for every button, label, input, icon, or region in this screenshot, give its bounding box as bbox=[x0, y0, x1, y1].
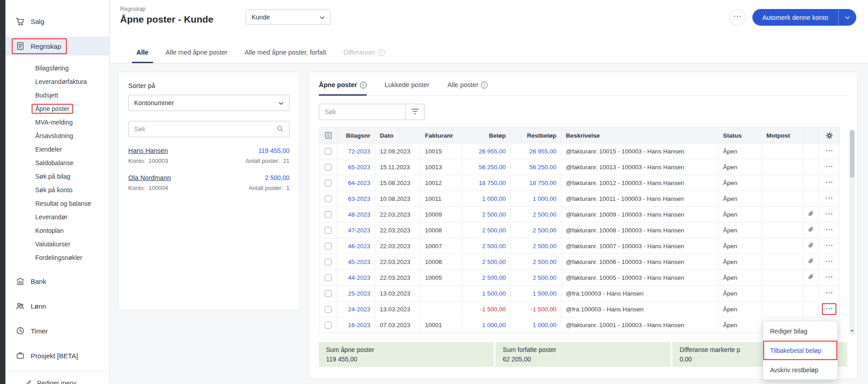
tab-apne-poster[interactable]: Åpne posteri bbox=[319, 81, 367, 95]
bilagsnr-link[interactable]: 45-2023 bbox=[337, 254, 375, 269]
row-checkbox[interactable] bbox=[325, 180, 331, 186]
column-header-status[interactable]: Status bbox=[719, 128, 762, 143]
restbelop-link[interactable]: 2 500,00 bbox=[511, 222, 561, 238]
bilagsnr-link[interactable]: 64-2023 bbox=[337, 175, 375, 190]
account-search-input[interactable] bbox=[134, 125, 276, 133]
sidebar-item-saldobalanse[interactable]: Saldobalanse bbox=[5, 156, 109, 170]
restbelop-link[interactable]: 26 955,00 bbox=[511, 143, 561, 159]
row-checkbox[interactable] bbox=[325, 227, 331, 234]
sidebar-item-prosjekt-beta[interactable]: Prosjekt [BETA] bbox=[5, 346, 109, 365]
scrollbar-down-arrow[interactable] bbox=[850, 330, 854, 334]
belop-link[interactable]: 56 250,00 bbox=[462, 159, 511, 175]
row-menu-button[interactable]: ⋯ bbox=[822, 145, 836, 157]
row-menu-button[interactable]: ⋯ bbox=[822, 240, 836, 252]
row-checkbox[interactable] bbox=[325, 290, 331, 297]
belop-link[interactable]: 1 000,00 bbox=[462, 191, 511, 206]
row-checkbox[interactable] bbox=[325, 243, 331, 250]
restbelop-link[interactable]: 2 500,00 bbox=[511, 270, 561, 285]
bilagsnr-link[interactable]: 46-2023 bbox=[337, 238, 375, 254]
sidebar-item-bilagsforing[interactable]: Bilagsføring bbox=[5, 61, 109, 75]
column-header-dato[interactable]: Dato bbox=[375, 128, 420, 143]
row-checkbox[interactable] bbox=[325, 306, 331, 313]
edit-menu-button[interactable]: Rediger meny bbox=[5, 371, 109, 384]
bilagsnr-link[interactable]: 47-2023 bbox=[337, 222, 375, 238]
restbelop-link[interactable]: 1 500,00 bbox=[511, 286, 561, 301]
account-list-item[interactable]: Hans Hansen 119 455,00 Konto: 100003 Ant… bbox=[128, 147, 289, 164]
table-search-input[interactable] bbox=[325, 108, 406, 116]
row-checkbox[interactable] bbox=[325, 211, 331, 218]
bilagsnr-link[interactable]: 44-2023 bbox=[337, 270, 375, 285]
automark-button[interactable]: Automerk denne konto bbox=[752, 9, 838, 26]
row-menu-button[interactable]: ⋯ bbox=[822, 287, 836, 299]
row-checkbox[interactable] bbox=[325, 195, 331, 202]
tab-alle-poster[interactable]: Alle posteri bbox=[448, 81, 488, 95]
scrollbar-thumb[interactable] bbox=[850, 130, 854, 178]
belop-link[interactable]: 18 750,00 bbox=[462, 175, 511, 190]
sidebar-item-bank[interactable]: Bank bbox=[5, 272, 109, 291]
column-header-motpost[interactable]: Motpost bbox=[762, 128, 803, 143]
filter-button[interactable] bbox=[406, 104, 425, 120]
row-checkbox[interactable] bbox=[325, 322, 331, 328]
bilagsnr-link[interactable]: 48-2023 bbox=[337, 207, 375, 222]
column-header-fakturanr[interactable]: Fakturanr bbox=[420, 128, 462, 143]
sidebar-item-salg[interactable]: Salg bbox=[5, 12, 109, 31]
bilagsnr-link[interactable]: 63-2023 bbox=[337, 191, 375, 206]
belop-link[interactable]: 1 500,00 bbox=[462, 286, 511, 301]
row-menu-button[interactable]: ⋯ bbox=[822, 256, 836, 268]
sidebar-item-leverandorfaktura[interactable]: Leverandørfaktura bbox=[5, 75, 109, 88]
sidebar-item-eiendeler[interactable]: Eiendeler bbox=[5, 143, 109, 156]
row-menu-button[interactable]: ⋯ bbox=[822, 303, 836, 315]
row-checkbox[interactable] bbox=[325, 164, 331, 171]
sidebar-item-budsjett[interactable]: Budsjett bbox=[5, 88, 109, 102]
column-header-bilagsnr[interactable]: Bilagsnr bbox=[337, 128, 375, 143]
restbelop-link[interactable]: 2 500,00 bbox=[511, 254, 561, 269]
row-menu-button[interactable]: ⋯ bbox=[822, 161, 836, 173]
table-settings-button[interactable] bbox=[819, 128, 840, 143]
sidebar-item-regnskap[interactable]: Regnskap bbox=[5, 37, 109, 56]
restbelop-link[interactable]: 2 500,00 bbox=[511, 207, 561, 222]
bilagsnr-link[interactable]: 24-2023 bbox=[337, 301, 375, 317]
menu-item-rediger-bilag[interactable]: Rediger bilag bbox=[763, 321, 837, 341]
restbelop-link[interactable]: 1 000,00 bbox=[511, 191, 561, 206]
belop-link[interactable]: 1 000,00 bbox=[462, 317, 511, 333]
belop-link[interactable]: 2 500,00 bbox=[462, 254, 511, 269]
bilagsnr-link[interactable]: 25-2023 bbox=[337, 286, 375, 301]
row-menu-button[interactable]: ⋯ bbox=[822, 272, 836, 283]
tab-differanser[interactable]: Differanseri bbox=[337, 49, 391, 63]
entity-dropdown[interactable]: Kunde bbox=[246, 9, 331, 25]
row-checkbox[interactable] bbox=[325, 259, 331, 265]
bilagsnr-link[interactable]: 65-2023 bbox=[337, 159, 375, 175]
account-name-link[interactable]: Ola Nordmann bbox=[128, 174, 171, 181]
belop-link[interactable]: 2 500,00 bbox=[462, 238, 511, 254]
restbelop-link[interactable]: 18 750,00 bbox=[511, 175, 561, 190]
tab-lukkede-poster[interactable]: Lukkede poster bbox=[385, 81, 429, 95]
restbelop-link[interactable]: -1 500,00 bbox=[511, 301, 561, 317]
sidebar-item-sok-pa-konto[interactable]: Søk på konto bbox=[5, 183, 109, 197]
sidebar-item-lonn[interactable]: Lønn bbox=[5, 296, 109, 315]
automark-dropdown-button[interactable] bbox=[838, 9, 856, 26]
restbelop-link[interactable]: 1 000,00 bbox=[511, 317, 561, 333]
belop-link[interactable]: 2 500,00 bbox=[462, 270, 511, 285]
sort-dropdown[interactable]: Kontonummer bbox=[128, 95, 289, 111]
sidebar-item-timer[interactable]: Timer bbox=[5, 321, 109, 340]
more-options-button[interactable]: ⋯ bbox=[729, 9, 746, 26]
menu-item-tilbakebetal-belop[interactable]: Tilbakebetal beløp bbox=[763, 341, 837, 360]
sidebar-item-valutakurser[interactable]: Valutakurser bbox=[5, 237, 109, 251]
row-checkbox[interactable] bbox=[325, 148, 331, 155]
sidebar-item-kontoplan[interactable]: Kontoplan bbox=[5, 224, 109, 237]
sidebar-item-fordelingsnokler[interactable]: Fordelingsnøkler bbox=[5, 251, 109, 264]
sidebar-item-resultat-og-balanse[interactable]: Resultat og balanse bbox=[5, 197, 109, 210]
breadcrumb[interactable]: Regnskap bbox=[120, 6, 145, 12]
row-menu-button[interactable]: ⋯ bbox=[822, 208, 836, 220]
tab-alle-med-apne-poster-forfalt[interactable]: Alle med åpne poster, forfalt bbox=[238, 49, 333, 63]
sidebar-item-sok-pa-bilag[interactable]: Søk på bilag bbox=[5, 170, 109, 183]
row-menu-button[interactable]: ⋯ bbox=[822, 193, 836, 204]
bilagsnr-link[interactable]: 16-2023 bbox=[337, 317, 375, 333]
column-header-restbelop[interactable]: Restbeløp bbox=[511, 128, 561, 143]
menu-item-avskriv-restbelop[interactable]: Avskriv restbeløp bbox=[763, 360, 837, 379]
select-all-cell[interactable] bbox=[319, 128, 337, 143]
sidebar-item-leverandor[interactable]: Leverandør bbox=[5, 210, 109, 224]
column-header-belop[interactable]: Beløp bbox=[462, 128, 511, 143]
row-menu-button[interactable]: ⋯ bbox=[822, 177, 836, 189]
tab-alle-med-apne-poster[interactable]: Alle med åpne poster bbox=[159, 49, 234, 63]
